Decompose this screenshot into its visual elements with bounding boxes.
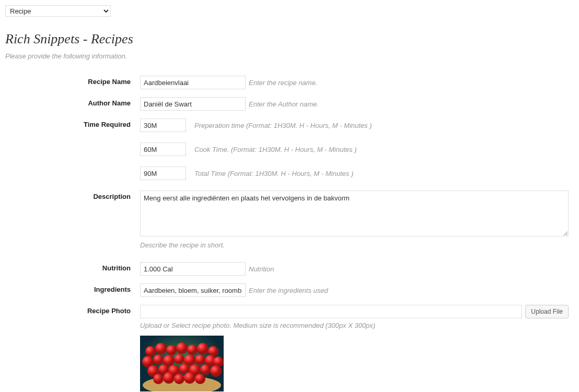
svg-point-6 xyxy=(187,345,198,355)
svg-point-4 xyxy=(166,345,177,355)
svg-point-26 xyxy=(174,374,184,384)
recipe-photo-hint: Upload or Select recipe photo. Medium si… xyxy=(140,322,574,329)
prep-time-input[interactable] xyxy=(140,118,186,132)
page-subtitle: Please provide the following information… xyxy=(5,52,574,60)
cook-time-input[interactable] xyxy=(140,142,186,156)
recipe-name-label: Recipe Name xyxy=(5,76,140,86)
recipe-name-input[interactable] xyxy=(140,76,246,89)
svg-point-2 xyxy=(145,346,156,357)
recipe-photo-label: Recipe Photo xyxy=(5,305,140,315)
page-title: Rich Snippets - Recipes xyxy=(5,31,574,47)
upload-file-button[interactable]: Upload File xyxy=(525,305,569,318)
prep-time-hint: Preperation time (Format: 1H30M. H - Hou… xyxy=(194,122,372,129)
ingredients-label: Ingredients xyxy=(5,283,140,293)
svg-point-24 xyxy=(153,374,164,384)
recipe-name-hint: Enter the recipe name. xyxy=(249,79,318,87)
description-label: Description xyxy=(5,191,140,200)
total-time-input[interactable] xyxy=(140,167,186,180)
svg-point-14 xyxy=(195,354,205,365)
type-dropdown[interactable]: Recipe xyxy=(5,5,111,17)
recipe-photo-input[interactable] xyxy=(140,305,522,318)
svg-point-12 xyxy=(174,354,184,364)
svg-point-28 xyxy=(195,374,205,384)
svg-point-16 xyxy=(213,357,224,367)
svg-point-23 xyxy=(210,365,222,377)
description-textarea[interactable] xyxy=(140,191,569,236)
svg-point-7 xyxy=(197,343,209,354)
svg-point-10 xyxy=(153,354,164,365)
nutrition-label: Nutrition xyxy=(5,262,140,272)
svg-point-22 xyxy=(200,364,211,375)
cook-time-hint: Cook Time. (Format: 1H30M. H - Hours, M … xyxy=(194,146,357,153)
svg-point-3 xyxy=(155,343,167,354)
svg-point-27 xyxy=(184,372,195,384)
ingredients-hint: Enter the ingredients used xyxy=(249,287,328,294)
recipe-photo-preview xyxy=(140,336,224,391)
time-required-label: Time Required xyxy=(5,118,140,128)
author-name-input[interactable] xyxy=(140,97,246,111)
nutrition-hint: Nutrition xyxy=(249,265,274,273)
nutrition-input[interactable] xyxy=(140,262,246,276)
svg-point-5 xyxy=(176,342,188,354)
author-name-hint: Enter the Author name. xyxy=(249,100,319,108)
ingredients-input[interactable] xyxy=(140,283,246,297)
svg-point-8 xyxy=(208,346,218,357)
total-time-hint: Total Time (Format: 1H30M. H - Hours, M … xyxy=(194,170,353,177)
author-name-label: Author Name xyxy=(5,97,140,107)
description-hint: Describe the recipe in short. xyxy=(140,241,574,249)
svg-point-25 xyxy=(163,372,175,384)
